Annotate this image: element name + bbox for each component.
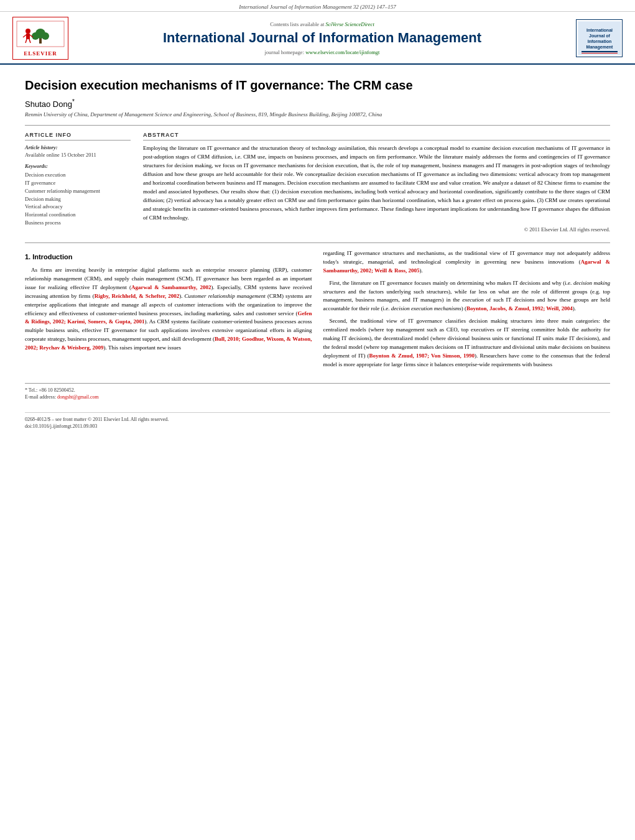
header-center: Contents lists available at SciVerse Sci… bbox=[68, 21, 576, 55]
svg-text:Information: Information bbox=[588, 39, 612, 44]
svg-rect-17 bbox=[582, 53, 618, 53]
ref-boynton-1987[interactable]: Boynton & Zmud, 1987; Von Simson, 1990 bbox=[369, 353, 475, 359]
body-para-1: As firms are investing heavily in enterp… bbox=[25, 266, 312, 353]
available-online: Available online 15 October 2011 bbox=[25, 152, 131, 158]
keyword-decision-making: Decision making bbox=[25, 195, 131, 203]
svg-text:Management: Management bbox=[586, 45, 613, 50]
svg-rect-11 bbox=[578, 22, 621, 55]
article-info: ARTICLE INFO Article history: Available … bbox=[25, 132, 131, 232]
journal-ref-bar: International Journal of Information Man… bbox=[0, 0, 635, 12]
homepage-link[interactable]: www.elsevier.com/locate/ijinfomgt bbox=[305, 49, 379, 55]
sciverse-line: Contents lists available at SciVerse Sci… bbox=[81, 21, 563, 27]
svg-point-4 bbox=[42, 32, 49, 40]
journal-header: ELSEVIER Contents lists available at Sci… bbox=[0, 12, 635, 65]
abstract-paragraph: Employing the literature on IT governanc… bbox=[143, 144, 610, 222]
keyword-vertical-advocacy: Vertical advocacy bbox=[25, 203, 131, 211]
journal-reference: International Journal of Information Man… bbox=[239, 4, 396, 10]
body-para-3: First, the literature on IT governance f… bbox=[323, 279, 611, 314]
footer-legal: 0268-4012/$ – see front matter © 2011 El… bbox=[25, 412, 610, 429]
body-columns: 1. Introduction As firms are investing h… bbox=[25, 249, 610, 373]
keyword-decision-execution: Decision execution bbox=[25, 171, 131, 179]
author-star: * bbox=[72, 98, 75, 105]
footnote-tel: * Tel.: +86 10 82500452. bbox=[25, 387, 610, 393]
ref-rigby-2002[interactable]: Rigby, Reichheld, & Schefter, 2002 bbox=[95, 293, 180, 299]
ref-agarwal-2002-1[interactable]: Agarwal & Sambamurthy, 2002 bbox=[131, 284, 211, 290]
article-title: Decision execution mechanisms of IT gove… bbox=[25, 77, 610, 93]
article-info-label: ARTICLE INFO bbox=[25, 132, 131, 141]
abstract-section: ABSTRACT Employing the literature on IT … bbox=[143, 132, 610, 232]
info-abstract-section: ARTICLE INFO Article history: Available … bbox=[25, 132, 610, 232]
ref-agarwal-2002-2[interactable]: Agarwal & Sambamurthy, 2002; Weill & Ros… bbox=[323, 259, 610, 274]
svg-rect-6 bbox=[26, 34, 30, 39]
ref-gefen-2002[interactable]: Gefen & Ridings, 2002; Karimi, Somers, &… bbox=[25, 310, 312, 325]
journal-logo-right: International Journal of Information Man… bbox=[576, 19, 623, 57]
svg-point-3 bbox=[32, 32, 39, 40]
email-label: E-mail address: bbox=[25, 394, 56, 400]
ref-bull-2010[interactable]: Bull, 2010; Goodhue, Wixom, & Watson, 20… bbox=[25, 336, 312, 351]
divider-1 bbox=[25, 125, 610, 126]
body-col-right: regarding IT governance structures and m… bbox=[323, 249, 611, 373]
page: International Journal of Information Man… bbox=[0, 0, 635, 840]
footer-legal-line2: doi:10.1016/j.ijinfomgt.2011.09.003 bbox=[25, 423, 610, 429]
elsevier-label: ELSEVIER bbox=[16, 50, 65, 57]
abstract-label: ABSTRACT bbox=[143, 132, 610, 141]
author-name: Shutao Dong bbox=[25, 99, 72, 109]
abstract-text: Employing the literature on IT governanc… bbox=[143, 144, 610, 222]
keyword-business-process: Business process bbox=[25, 219, 131, 227]
article-author: Shutao Dong* bbox=[25, 98, 610, 109]
elsevier-tree-icon bbox=[16, 20, 65, 48]
keywords-label: Keywords: bbox=[25, 163, 131, 169]
ijim-graphic: International Journal of Information Man… bbox=[578, 21, 621, 55]
divider-2 bbox=[25, 242, 610, 243]
copyright-line: © 2011 Elsevier Ltd. All rights reserved… bbox=[143, 226, 610, 233]
keyword-horizontal-coordination: Horizontal coordination bbox=[25, 211, 131, 219]
article-content: Decision execution mechanisms of IT gove… bbox=[0, 65, 635, 443]
svg-text:Journal of: Journal of bbox=[589, 34, 611, 38]
svg-text:International: International bbox=[586, 28, 613, 32]
email-address[interactable]: dongsht@gmail.com bbox=[57, 394, 99, 400]
svg-rect-16 bbox=[582, 51, 618, 52]
history-label: Article history: bbox=[25, 144, 131, 150]
body-para-2: regarding IT governance structures and m… bbox=[323, 249, 611, 275]
body-col-left: 1. Introduction As firms are investing h… bbox=[25, 249, 312, 373]
keyword-it-governance: IT governance bbox=[25, 179, 131, 187]
article-affiliation: Renmin University of China, Department o… bbox=[25, 111, 610, 118]
keyword-crm: Customer relationship management bbox=[25, 187, 131, 195]
sciverse-link[interactable]: SciVerse ScienceDirect bbox=[325, 21, 374, 27]
ref-boynton-1992[interactable]: Boynton, Jacobs, & Zmud, 1992; Weill, 20… bbox=[466, 305, 573, 312]
section-1-heading: 1. Introduction bbox=[25, 252, 312, 262]
journal-homepage: journal homepage: www.elsevier.com/locat… bbox=[81, 49, 563, 55]
journal-title: International Journal of Information Man… bbox=[81, 30, 563, 46]
svg-point-5 bbox=[25, 29, 30, 34]
footnote-email: E-mail address: dongsht@gmail.com bbox=[25, 394, 610, 400]
footnote-area: * Tel.: +86 10 82500452. E-mail address:… bbox=[25, 383, 610, 400]
footer-legal-line1: 0268-4012/$ – see front matter © 2011 El… bbox=[25, 417, 610, 422]
elsevier-logo: ELSEVIER bbox=[12, 17, 68, 60]
body-para-4: Second, the traditional view of IT gover… bbox=[323, 317, 611, 369]
